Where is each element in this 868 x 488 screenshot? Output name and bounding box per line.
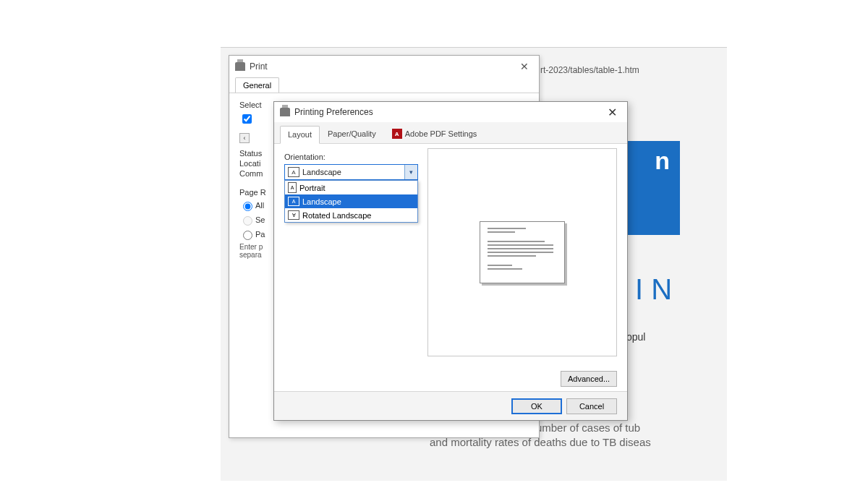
advanced-button[interactable]: Advanced... (561, 371, 617, 387)
printer-icon (280, 108, 290, 116)
chevron-down-icon[interactable]: ▾ (404, 165, 417, 179)
radio-selection (243, 216, 252, 226)
pref-dialog-titlebar: Printing Preferences ✕ (274, 102, 627, 122)
print-dialog-title: Print (250, 61, 268, 72)
page-text-fragment: opul (626, 331, 645, 343)
pref-dialog-footer: OK Cancel (274, 391, 627, 420)
orientation-preview (427, 148, 617, 356)
page-preview-icon (480, 221, 565, 283)
pref-dialog-title: Printing Preferences (294, 107, 373, 117)
printer-icon (235, 62, 245, 71)
tab-paper-quality[interactable]: Paper/Quality (320, 125, 384, 143)
banner-text: n (655, 147, 670, 175)
close-icon[interactable]: ✕ (516, 61, 533, 72)
ok-button[interactable]: OK (511, 398, 562, 414)
radio-all-label: All (255, 201, 264, 210)
landscape-icon: A (288, 197, 299, 206)
tab-adobe-pdf-settings[interactable]: A Adobe PDF Settings (384, 125, 485, 143)
adobe-pdf-icon: A (392, 129, 402, 139)
printer-checkbox[interactable] (242, 114, 252, 124)
tab-layout[interactable]: Layout (280, 126, 320, 144)
printing-preferences-dialog: Printing Preferences ✕ Layout Paper/Qual… (273, 101, 628, 421)
close-icon[interactable]: ✕ (603, 106, 621, 119)
cancel-button[interactable]: Cancel (566, 398, 617, 414)
page-heading-fragment: I N (635, 273, 672, 306)
option-label: Portrait (299, 184, 325, 192)
option-label: Rotated Landscape (302, 211, 371, 220)
orientation-combobox[interactable]: A Landscape ▾ (284, 164, 418, 180)
radio-pages-label: Pa (255, 230, 265, 239)
option-label: Landscape (302, 197, 341, 206)
orientation-option-rotated-landscape[interactable]: ∀ Rotated Landscape (285, 208, 417, 222)
portrait-icon: A (288, 182, 297, 193)
print-tabs: General (229, 77, 539, 93)
print-dialog-titlebar: Print ✕ (229, 56, 539, 77)
scroll-left-button[interactable]: ‹ (239, 133, 250, 143)
radio-pages[interactable] (243, 231, 252, 240)
orientation-dropdown-list: A Portrait A Landscape ∀ Rotated Landsca… (284, 180, 418, 223)
pref-tabs: Layout Paper/Quality A Adobe PDF Setting… (274, 122, 627, 144)
radio-all[interactable] (243, 202, 252, 211)
orientation-option-landscape[interactable]: A Landscape (285, 194, 417, 208)
url-fragment: rt-2023/tables/table-1.htm (540, 65, 639, 75)
orientation-option-portrait[interactable]: A Portrait (285, 181, 417, 194)
tab-general[interactable]: General (235, 77, 279, 93)
radio-selection-label: Se (255, 215, 265, 224)
landscape-icon: A (288, 167, 299, 177)
orientation-value: Landscape (302, 168, 404, 176)
tab-adobe-pdf-label: Adobe PDF Settings (405, 129, 477, 138)
rotated-landscape-icon: ∀ (288, 210, 299, 220)
